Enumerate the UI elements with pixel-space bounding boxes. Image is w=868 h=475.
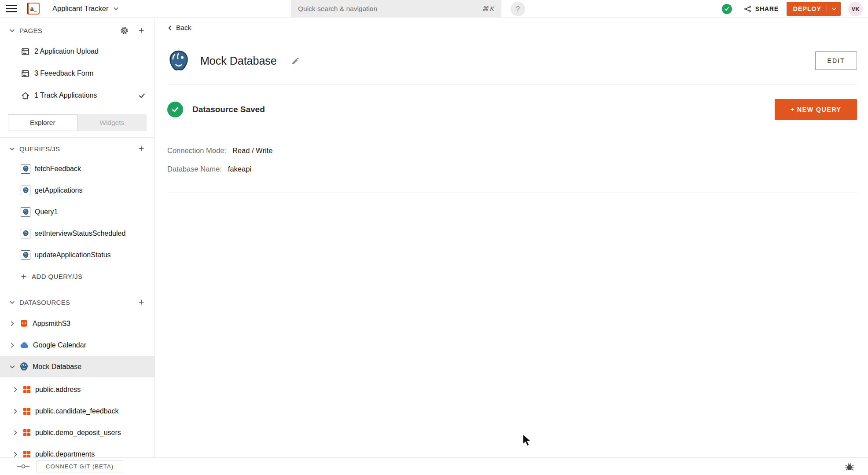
database-name-row: Database Name: fakeapi xyxy=(167,163,857,175)
chevron-down-icon[interactable] xyxy=(9,146,15,152)
postgres-icon xyxy=(21,229,30,238)
logo-text: a_ xyxy=(30,5,37,12)
gear-icon xyxy=(120,26,129,35)
chevron-right-icon[interactable] xyxy=(12,408,19,415)
datasources-list: AppsmithS3 Google Calendar Mock Database… xyxy=(0,313,154,465)
add-query-plus-button[interactable] xyxy=(137,144,146,153)
plus-icon xyxy=(138,145,145,152)
sidebar-item-datasource-appsmith-s3[interactable]: AppsmithS3 xyxy=(0,313,154,334)
divider xyxy=(0,291,154,291)
sidebar-item-table-public-demo-deposit-users[interactable]: public.demo_deposit_users xyxy=(0,422,154,443)
sidebar-item-query-updateApplicationStatus[interactable]: updateApplicationStatus xyxy=(0,244,154,266)
datasources-header-label: DATASOURCES xyxy=(19,299,70,306)
plus-icon xyxy=(138,27,145,34)
app-title: Applicant Tracker xyxy=(52,4,108,13)
connection-mode-label: Connection Mode: xyxy=(167,146,226,155)
rename-datasource-button[interactable] xyxy=(291,56,300,66)
git-branch-icon xyxy=(17,463,30,470)
sidebar-item-query-fetchFeedback[interactable]: fetchFeedback xyxy=(0,158,154,179)
user-avatar[interactable]: VK xyxy=(848,2,863,16)
tab-explorer[interactable]: Explorer xyxy=(8,114,77,131)
connect-git-button[interactable]: CONNECT GIT (BETA) xyxy=(36,460,123,472)
sidebar-item-table-public-address[interactable]: public.address xyxy=(0,379,154,400)
chevron-right-icon[interactable] xyxy=(12,429,19,436)
table-label: public.address xyxy=(35,386,81,394)
chevron-left-icon xyxy=(167,25,173,31)
new-query-button[interactable]: + NEW QUERY xyxy=(775,99,857,120)
deploy-label: DEPLOY xyxy=(793,5,821,12)
sidebar-item-page-application-upload[interactable]: 2 Application Upload xyxy=(0,40,154,62)
sidebar-item-query-getApplications[interactable]: getApplications xyxy=(0,179,154,201)
postgres-icon xyxy=(21,207,30,217)
chevron-down-icon xyxy=(113,5,119,12)
cloud-icon xyxy=(19,340,29,350)
search-input[interactable]: Quick search & navigation ⌘ K xyxy=(291,0,501,18)
divider xyxy=(167,193,857,193)
postgres-icon xyxy=(19,362,29,371)
share-icon xyxy=(743,5,752,13)
help-button[interactable]: ? xyxy=(511,2,525,16)
back-button[interactable]: Back xyxy=(167,23,207,32)
datasource-label: Mock Database xyxy=(33,363,81,371)
menu-icon[interactable] xyxy=(6,3,17,15)
database-name-value: fakeapi xyxy=(228,165,251,173)
connection-mode-value: Read / Write xyxy=(232,146,272,155)
bottom-bar: CONNECT GIT (BETA) xyxy=(0,457,868,475)
chevron-right-icon[interactable] xyxy=(9,320,16,327)
pages-settings-button[interactable] xyxy=(119,26,129,36)
datasources-section-header[interactable]: DATASOURCES xyxy=(0,296,154,309)
top-bar: a_ Applicant Tracker Quick search & navi… xyxy=(0,0,868,18)
sidebar-item-query-setInterviewStatusScheduled[interactable]: setInterviewStatusScheduled xyxy=(0,223,154,244)
pages-header-label: PAGES xyxy=(19,27,42,34)
chevron-down-icon[interactable] xyxy=(831,6,837,12)
chevron-down-icon[interactable] xyxy=(9,27,15,34)
query-label: Query1 xyxy=(35,208,58,216)
deploy-divider xyxy=(827,5,827,13)
home-icon xyxy=(21,91,30,100)
page-icon xyxy=(21,69,30,78)
app-title-menu[interactable]: Applicant Tracker xyxy=(52,4,119,13)
query-label: getApplications xyxy=(35,186,83,194)
sidebar-item-page-track-applications[interactable]: 1 Track Applications xyxy=(0,84,154,106)
share-button[interactable]: SHARE xyxy=(743,5,779,13)
table-label: public.departments xyxy=(35,450,95,458)
add-datasource-button[interactable] xyxy=(137,298,146,307)
add-query-js-button[interactable]: ADD QUERY/JS xyxy=(0,266,154,287)
chevron-right-icon[interactable] xyxy=(12,451,19,458)
tab-widgets[interactable]: Widgets xyxy=(77,114,147,131)
appsmith-logo[interactable]: a_ xyxy=(28,3,40,15)
explorer-sidebar: PAGES 2 Application Upload 3 Feeedback F… xyxy=(0,18,155,475)
table-label: public.demo_deposit_users xyxy=(35,429,121,437)
pencil-icon xyxy=(291,56,300,66)
queries-section-header[interactable]: QUERIES/JS xyxy=(0,142,154,155)
search-placeholder: Quick search & navigation xyxy=(298,5,377,13)
add-page-button[interactable] xyxy=(137,26,146,35)
deploy-button[interactable]: DEPLOY xyxy=(787,2,841,16)
datasource-header: Mock Database EDIT xyxy=(167,48,857,73)
postgres-icon xyxy=(21,250,30,260)
divider xyxy=(167,84,857,84)
database-name-label: Database Name: xyxy=(167,165,222,173)
postgres-logo xyxy=(167,48,190,73)
tables-list: public.address public.candidate_feedback… xyxy=(0,379,154,465)
chevron-right-icon[interactable] xyxy=(12,386,19,393)
debug-button[interactable] xyxy=(844,461,855,472)
table-icon xyxy=(22,428,31,437)
chevron-down-icon[interactable] xyxy=(9,363,16,370)
pages-section-header[interactable]: PAGES xyxy=(0,24,154,37)
chevron-right-icon[interactable] xyxy=(9,342,16,349)
plus-icon xyxy=(138,299,145,306)
topbar-actions: SHARE DEPLOY VK xyxy=(722,0,863,18)
edit-datasource-button[interactable]: EDIT xyxy=(815,51,857,70)
sidebar-item-table-public-candidate-feedback[interactable]: public.candidate_feedback xyxy=(0,400,154,422)
postgres-icon xyxy=(21,164,30,174)
sidebar-item-page-feedback-form[interactable]: 3 Feeedback Form xyxy=(0,62,154,84)
sidebar-item-query-Query1[interactable]: Query1 xyxy=(0,201,154,223)
sidebar-item-datasource-mock-database[interactable]: Mock Database xyxy=(0,356,154,377)
current-page-check-icon xyxy=(138,92,146,99)
page-icon xyxy=(21,47,30,56)
plus-icon xyxy=(20,273,27,280)
chevron-down-icon[interactable] xyxy=(9,299,15,306)
postgres-icon xyxy=(21,186,30,195)
sidebar-item-datasource-google-calendar[interactable]: Google Calendar xyxy=(0,334,154,356)
